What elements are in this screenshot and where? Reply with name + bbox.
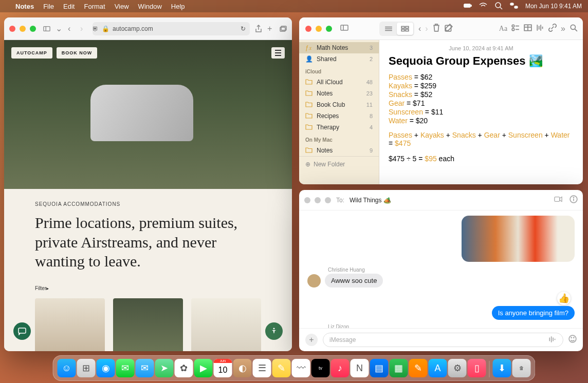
sidebar-item-recipes[interactable]: Recipes8: [299, 110, 379, 122]
sidebar-item-notes[interactable]: Notes9: [299, 145, 379, 156]
address-bar[interactable]: ⛨ 🔒 autocamp.com ↻: [93, 22, 250, 35]
sidebar-item-math-notes[interactable]: ƒ𝑥Math Notes3: [299, 42, 379, 53]
reload-icon[interactable]: ↻: [241, 25, 246, 32]
dock-app-news[interactable]: N: [351, 359, 369, 377]
compose-icon[interactable]: [445, 24, 453, 34]
format-icon[interactable]: Aa: [499, 25, 507, 33]
book-now-button[interactable]: BOOK NOW: [57, 47, 98, 59]
dock-app-calendar[interactable]: JUN10: [214, 359, 232, 377]
avatar[interactable]: [307, 274, 321, 288]
emoji-icon[interactable]: [568, 335, 577, 345]
trash-icon[interactable]: [432, 24, 440, 34]
dock-app-mail[interactable]: ✉: [136, 359, 154, 377]
menu-help[interactable]: Help: [171, 3, 185, 10]
sidebar-item-shared[interactable]: 👤Shared2: [299, 53, 379, 65]
dock-app-appstore[interactable]: A: [429, 359, 447, 377]
close-button[interactable]: [305, 26, 311, 32]
info-icon[interactable]: [569, 195, 578, 205]
media-icon[interactable]: [536, 24, 544, 34]
more-icon[interactable]: »: [561, 24, 565, 33]
checklist-icon[interactable]: [511, 24, 520, 34]
dock-app-reminders[interactable]: ☰: [253, 359, 271, 377]
menu-view[interactable]: View: [115, 3, 129, 10]
sidebar-item-book-club[interactable]: Book Club11: [299, 99, 379, 110]
menu-edit[interactable]: Edit: [63, 3, 75, 10]
message-bubble[interactable]: Awww soo cute: [325, 274, 383, 288]
app-menu[interactable]: Notes: [15, 3, 34, 10]
menu-window[interactable]: Window: [138, 3, 162, 10]
dock-app-safari[interactable]: ◉: [97, 359, 115, 377]
minimize-button[interactable]: [20, 26, 26, 32]
forward-button[interactable]: ›: [80, 25, 87, 32]
audio-icon[interactable]: [548, 335, 557, 345]
minimize-button[interactable]: [316, 26, 322, 32]
search-icon[interactable]: [569, 24, 578, 34]
zoom-button[interactable]: [30, 26, 36, 32]
clock[interactable]: Mon Jun 10 9:41 AM: [525, 3, 582, 10]
close-button[interactable]: [304, 197, 310, 203]
video-icon[interactable]: [554, 195, 562, 205]
spotlight-icon[interactable]: [494, 2, 503, 11]
new-tab-icon[interactable]: +: [267, 25, 274, 32]
menu-file[interactable]: File: [43, 3, 54, 10]
message-input[interactable]: iMessage: [323, 333, 563, 347]
accommodation-card[interactable]: [191, 298, 261, 352]
battery-icon[interactable]: [464, 2, 472, 11]
back-icon[interactable]: ‹: [418, 24, 421, 33]
conversation[interactable]: Christine HuangAwww soo cute👍Is anyone b…: [299, 210, 583, 328]
filter-button[interactable]: Filter▸: [35, 285, 261, 291]
dock-app-launchpad[interactable]: ⊞: [77, 359, 96, 377]
minimize-button[interactable]: [315, 197, 321, 203]
apps-button[interactable]: +: [305, 334, 318, 346]
wifi-icon[interactable]: [479, 2, 487, 11]
dock-app-maps[interactable]: ➤: [155, 359, 174, 377]
dock-app-numbers[interactable]: ▦: [390, 359, 408, 377]
tapback-reaction[interactable]: 👍: [557, 292, 571, 305]
link-icon[interactable]: [548, 24, 557, 34]
dock-app-trash[interactable]: 🗑: [512, 359, 531, 377]
sidebar-item-therapy[interactable]: Therapy4: [299, 122, 379, 133]
back-button[interactable]: ‹: [68, 25, 75, 32]
dock-app-keynote[interactable]: ▤: [370, 359, 389, 377]
new-folder-button[interactable]: ⊕New Folder: [299, 156, 379, 172]
forward-icon[interactable]: ›: [425, 24, 428, 33]
menu-format[interactable]: Format: [84, 3, 105, 10]
dock-app-music[interactable]: ♪: [331, 359, 350, 377]
dock-app-iphone[interactable]: ▯: [468, 359, 486, 377]
chevron-down-icon[interactable]: ⌄: [56, 25, 63, 32]
dock-app-notes[interactable]: ✎: [272, 359, 291, 377]
site-logo[interactable]: AUTOCAMP: [11, 47, 52, 59]
zoom-button[interactable]: [326, 26, 332, 32]
control-center-icon[interactable]: [510, 2, 518, 11]
sidebar-toggle-icon[interactable]: [340, 24, 348, 34]
table-icon[interactable]: [524, 24, 532, 34]
dock-app-pages[interactable]: ✎: [409, 359, 428, 377]
accommodation-card[interactable]: [113, 298, 183, 352]
dock-app-facetime[interactable]: ▶: [194, 359, 213, 377]
dock-app-tv[interactable]: tv: [311, 359, 330, 377]
dock-app-finder[interactable]: ☺: [58, 359, 76, 377]
tabs-icon[interactable]: [280, 25, 287, 32]
dock-app-freeform[interactable]: 〰: [292, 359, 310, 377]
to-field[interactable]: Wild Things 🏕️: [350, 197, 391, 204]
sidebar-icon[interactable]: [43, 25, 50, 32]
note-editor[interactable]: June 10, 2024 at 9:41 AM Sequoia Group E…: [379, 40, 583, 184]
dock-app-settings[interactable]: ⚙: [448, 359, 467, 377]
gallery-view-icon[interactable]: [397, 23, 413, 35]
message-image[interactable]: [462, 216, 575, 262]
dock-app-messages[interactable]: ✉: [116, 359, 135, 377]
dock-app-photos[interactable]: ✿: [175, 359, 193, 377]
hamburger-menu[interactable]: [271, 47, 285, 59]
close-button[interactable]: [9, 26, 15, 32]
zoom-button[interactable]: [325, 197, 331, 203]
message-bubble[interactable]: Is anyone bringing film?: [492, 306, 575, 320]
sidebar-item-all-icloud[interactable]: All iCloud48: [299, 76, 379, 88]
chat-fab[interactable]: [13, 322, 31, 340]
sidebar-item-notes[interactable]: Notes23: [299, 88, 379, 99]
accessibility-fab[interactable]: [265, 322, 283, 340]
accommodation-card[interactable]: [35, 298, 105, 352]
dock-app-downloads[interactable]: ⬇: [493, 359, 511, 377]
share-icon[interactable]: [255, 25, 262, 32]
list-view-icon[interactable]: [380, 23, 397, 35]
view-toggle[interactable]: [379, 22, 414, 36]
